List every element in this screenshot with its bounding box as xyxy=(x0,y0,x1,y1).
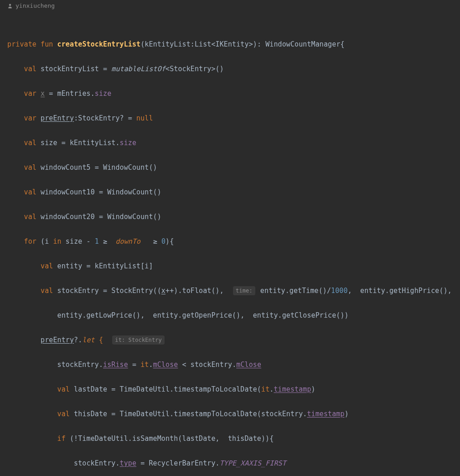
code-line: val windowCount5 = WindowCount() xyxy=(7,162,460,174)
code-line: var x = mEntries.size xyxy=(7,88,460,100)
code-line: val windowCount10 = WindowCount() xyxy=(7,186,460,199)
code-line: private fun createStockEntryList(kEntity… xyxy=(7,38,460,51)
code-editor[interactable]: private fun createStockEntryList(kEntity… xyxy=(0,12,460,476)
code-line: val stockEntryList = mutableListOf<Stock… xyxy=(7,63,460,75)
author-annotation: yinxiucheng xyxy=(0,0,460,12)
code-line: stockEntry.type = RecyclerBarEntry.TYPE_… xyxy=(7,457,460,470)
code-line: val lastDate = TimeDateUtil.timestampToL… xyxy=(7,383,460,396)
code-line: preEntry?.let { it: StockEntry xyxy=(7,334,460,346)
author-name: yinxiucheng xyxy=(16,0,55,12)
code-line: var preEntry:StockEntry? = null xyxy=(7,112,460,125)
code-line: if (!TimeDateUtil.isSameMonth(lastDate, … xyxy=(7,433,460,445)
code-line: val size = kEntityList.size xyxy=(7,137,460,149)
code-line: val stockEntry = StockEntry((x++).toFloa… xyxy=(7,285,460,297)
user-icon xyxy=(7,3,13,9)
code-line: stockEntry.isRise = it.mClose < stockEnt… xyxy=(7,359,460,371)
code-line: val windowCount20 = WindowCount() xyxy=(7,211,460,223)
code-line: val entity = kEntityList[i] xyxy=(7,260,460,272)
param-hint: it: StockEntry xyxy=(112,335,165,345)
code-line: for (i in size - 1 ≥ downTo ≥ 0){ xyxy=(7,235,460,248)
code-line: entity.getLowPrice(), entity.getOpenPric… xyxy=(7,309,460,322)
param-hint: time: xyxy=(233,286,255,295)
code-line: val thisDate = TimeDateUtil.timestampToL… xyxy=(7,408,460,420)
